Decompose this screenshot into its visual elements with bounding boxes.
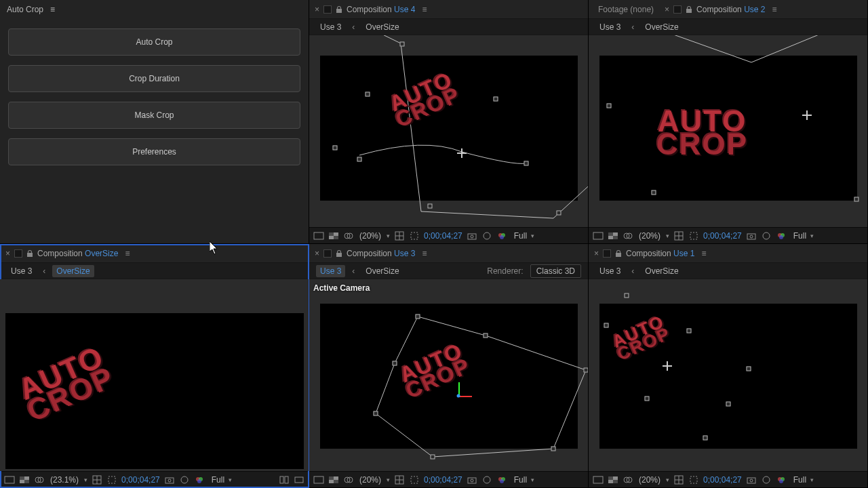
alpha-icon[interactable] bbox=[593, 474, 604, 485]
panel-menu-icon[interactable]: ≡ bbox=[422, 249, 427, 258]
alpha-icon[interactable] bbox=[313, 474, 324, 485]
layer-handle[interactable] bbox=[652, 190, 656, 195]
zoom-level[interactable]: (20%) bbox=[637, 231, 662, 241]
guides-icon[interactable] bbox=[394, 474, 405, 485]
layer-handle[interactable] bbox=[366, 92, 370, 97]
timecode[interactable]: 0;00;04;27 bbox=[424, 231, 462, 241]
roi-icon[interactable] bbox=[106, 474, 117, 485]
zoom-dropdown-icon[interactable]: ▾ bbox=[387, 232, 390, 239]
tab-use4[interactable]: Composition Use 4 bbox=[347, 5, 415, 14]
guides-icon[interactable] bbox=[673, 230, 684, 241]
alpha-icon[interactable] bbox=[593, 230, 604, 241]
layer-handle[interactable] bbox=[494, 97, 498, 102]
zoom-level[interactable]: (20%) bbox=[637, 475, 662, 485]
layer-handle[interactable] bbox=[551, 447, 556, 451]
transparency-grid-icon[interactable] bbox=[608, 230, 618, 241]
lock-icon[interactable] bbox=[615, 250, 622, 257]
lock-icon[interactable] bbox=[336, 6, 342, 13]
mask-icon[interactable] bbox=[343, 230, 354, 241]
transparency-grid-icon[interactable] bbox=[19, 474, 30, 485]
tab-footage[interactable]: Footage (none) bbox=[594, 3, 658, 16]
pixel-aspect-icon[interactable] bbox=[294, 474, 304, 485]
snapshot-icon[interactable] bbox=[746, 230, 757, 241]
show-channel-icon[interactable] bbox=[481, 474, 492, 485]
timecode[interactable]: 0;00;04;27 bbox=[703, 475, 742, 485]
roi-icon[interactable] bbox=[409, 230, 420, 241]
timecode[interactable]: 0;00;04;27 bbox=[121, 475, 160, 485]
panel-menu-icon[interactable]: ≡ bbox=[772, 5, 776, 14]
zoom-dropdown-icon[interactable]: ▾ bbox=[666, 476, 669, 483]
layer-handle[interactable] bbox=[687, 329, 692, 333]
layer-handle[interactable] bbox=[524, 161, 529, 166]
color-mgmt-icon[interactable] bbox=[776, 474, 787, 485]
mask-crop-button[interactable]: Mask Crop bbox=[8, 102, 300, 129]
tab-oversize[interactable]: Composition OverSize bbox=[37, 249, 118, 258]
show-channel-icon[interactable] bbox=[179, 474, 190, 485]
layer-handle[interactable] bbox=[484, 333, 488, 338]
alpha-icon[interactable] bbox=[4, 474, 15, 485]
snapshot-icon[interactable] bbox=[467, 474, 477, 485]
layer-handle[interactable] bbox=[431, 455, 435, 460]
tab-use3[interactable]: Composition Use 3 bbox=[347, 249, 415, 258]
view-layout-icon[interactable] bbox=[279, 474, 290, 485]
show-channel-icon[interactable] bbox=[761, 230, 772, 241]
layer-handle[interactable] bbox=[400, 42, 405, 47]
timecode[interactable]: 0;00;04;27 bbox=[703, 231, 742, 241]
transparency-grid-icon[interactable] bbox=[608, 474, 618, 485]
layer-handle[interactable] bbox=[374, 411, 378, 416]
guides-icon[interactable] bbox=[92, 474, 102, 485]
zoom-level[interactable]: (20%) bbox=[358, 475, 382, 485]
layer-handle[interactable] bbox=[393, 361, 397, 366]
layer-handle[interactable] bbox=[357, 157, 362, 162]
breadcrumb-use3[interactable]: Use 3 bbox=[595, 265, 625, 277]
layer-handle[interactable] bbox=[645, 396, 650, 401]
color-mgmt-icon[interactable] bbox=[194, 474, 205, 485]
res-dropdown-icon[interactable]: ▾ bbox=[531, 476, 534, 483]
tab-use1[interactable]: Composition Use 1 bbox=[626, 249, 694, 258]
layer-handle[interactable] bbox=[604, 323, 609, 328]
anchor-point-icon[interactable] bbox=[663, 361, 672, 371]
anchor-point-icon[interactable] bbox=[802, 110, 812, 120]
layer-handle[interactable] bbox=[747, 367, 751, 371]
preferences-button[interactable]: Preferences bbox=[8, 138, 300, 165]
panel-menu-icon[interactable]: ≡ bbox=[125, 249, 130, 258]
res-dropdown-icon[interactable]: ▾ bbox=[531, 232, 534, 239]
layer-handle[interactable] bbox=[854, 197, 859, 202]
res-dropdown-icon[interactable]: ▾ bbox=[810, 476, 814, 483]
breadcrumb-oversize[interactable]: OverSize bbox=[52, 265, 94, 277]
breadcrumb-use3[interactable]: Use 3 bbox=[316, 21, 345, 33]
zoom-dropdown-icon[interactable]: ▾ bbox=[84, 476, 87, 483]
layer-handle[interactable] bbox=[584, 368, 589, 373]
resolution-dropdown[interactable]: Full bbox=[511, 231, 527, 241]
lock-icon[interactable] bbox=[26, 250, 33, 257]
lock-icon[interactable] bbox=[686, 6, 692, 13]
resolution-dropdown[interactable]: Full bbox=[511, 475, 527, 485]
resolution-dropdown[interactable]: Full bbox=[791, 475, 806, 485]
resolution-dropdown[interactable]: Full bbox=[209, 475, 224, 485]
layer-handle[interactable] bbox=[557, 211, 561, 216]
resolution-dropdown[interactable]: Full bbox=[791, 231, 806, 241]
close-icon[interactable]: × bbox=[5, 249, 10, 258]
zoom-dropdown-icon[interactable]: ▾ bbox=[666, 232, 669, 239]
roi-icon[interactable] bbox=[688, 474, 699, 485]
mask-icon[interactable] bbox=[623, 230, 633, 241]
transparency-grid-icon[interactable] bbox=[328, 230, 339, 241]
alpha-icon[interactable] bbox=[313, 230, 324, 241]
layer-handle[interactable] bbox=[607, 104, 612, 108]
breadcrumb-use3[interactable]: Use 3 bbox=[316, 265, 345, 277]
res-dropdown-icon[interactable]: ▾ bbox=[229, 476, 232, 483]
breadcrumb-use3[interactable]: Use 3 bbox=[595, 21, 625, 33]
zoom-level[interactable]: (20%) bbox=[358, 231, 382, 241]
roi-icon[interactable] bbox=[409, 474, 420, 485]
guides-icon[interactable] bbox=[673, 474, 684, 485]
crop-duration-button[interactable]: Crop Duration bbox=[8, 65, 300, 92]
snapshot-icon[interactable] bbox=[746, 474, 757, 485]
color-mgmt-icon[interactable] bbox=[496, 230, 507, 241]
breadcrumb-oversize[interactable]: OverSize bbox=[641, 265, 682, 277]
roi-icon[interactable] bbox=[688, 230, 699, 241]
zoom-level[interactable]: (23.1%) bbox=[49, 475, 80, 485]
layer-handle[interactable] bbox=[333, 146, 338, 150]
close-icon[interactable]: × bbox=[315, 5, 319, 14]
renderer-dropdown[interactable]: Classic 3D bbox=[530, 264, 581, 278]
layer-handle[interactable] bbox=[428, 204, 433, 209]
